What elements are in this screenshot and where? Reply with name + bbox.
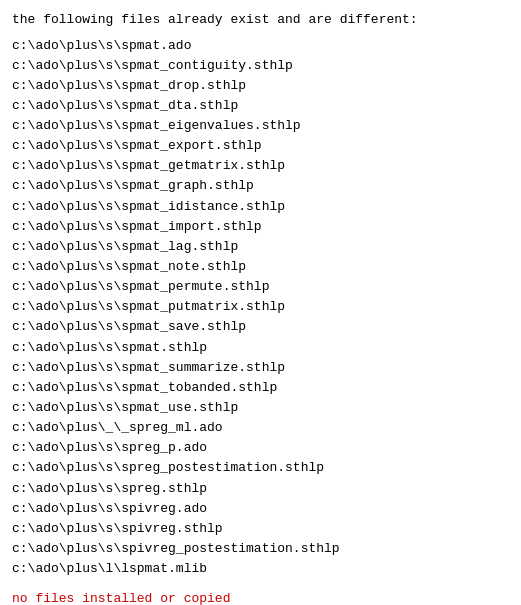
- list-item: c:\ado\plus\s\spmat_getmatrix.sthlp: [12, 156, 509, 176]
- list-item: c:\ado\plus\s\spmat_lag.sthlp: [12, 237, 509, 257]
- list-item: c:\ado\plus\s\spmat_contiguity.sthlp: [12, 56, 509, 76]
- list-item: c:\ado\plus\s\spmat_putmatrix.sthlp: [12, 297, 509, 317]
- list-item: c:\ado\plus\s\spmat_drop.sthlp: [12, 76, 509, 96]
- list-item: c:\ado\plus\s\spivreg_postestimation.sth…: [12, 539, 509, 559]
- list-item: c:\ado\plus\_\_spreg_ml.ado: [12, 418, 509, 438]
- list-item: c:\ado\plus\l\lspmat.mlib: [12, 559, 509, 579]
- list-item: c:\ado\plus\s\spmat_eigenvalues.sthlp: [12, 116, 509, 136]
- list-item: c:\ado\plus\s\spreg_postestimation.sthlp: [12, 458, 509, 478]
- list-item: c:\ado\plus\s\spreg_p.ado: [12, 438, 509, 458]
- list-item: c:\ado\plus\s\spmat.sthlp: [12, 338, 509, 358]
- list-item: c:\ado\plus\s\spmat_tobanded.sthlp: [12, 378, 509, 398]
- file-list: c:\ado\plus\s\spmat.adoc:\ado\plus\s\spm…: [12, 36, 509, 580]
- list-item: c:\ado\plus\s\spivreg.sthlp: [12, 519, 509, 539]
- list-item: c:\ado\plus\s\spmat_dta.sthlp: [12, 96, 509, 116]
- list-item: c:\ado\plus\s\spivreg.ado: [12, 499, 509, 519]
- list-item: c:\ado\plus\s\spmat.ado: [12, 36, 509, 56]
- list-item: c:\ado\plus\s\spmat_export.sthlp: [12, 136, 509, 156]
- list-item: c:\ado\plus\s\spmat_summarize.sthlp: [12, 358, 509, 378]
- list-item: c:\ado\plus\s\spmat_idistance.sthlp: [12, 197, 509, 217]
- status-line: no files installed or copied: [12, 589, 509, 605]
- header-text: the following files already exist and ar…: [12, 12, 418, 27]
- list-item: c:\ado\plus\s\spmat_use.sthlp: [12, 398, 509, 418]
- list-item: c:\ado\plus\s\spmat_graph.sthlp: [12, 176, 509, 196]
- list-item: c:\ado\plus\s\spmat_note.sthlp: [12, 257, 509, 277]
- list-item: c:\ado\plus\s\spmat_save.sthlp: [12, 317, 509, 337]
- status-text: no files installed or copied: [12, 591, 230, 605]
- list-item: c:\ado\plus\s\spreg.sthlp: [12, 479, 509, 499]
- list-item: c:\ado\plus\s\spmat_permute.sthlp: [12, 277, 509, 297]
- header-line: the following files already exist and ar…: [12, 10, 509, 30]
- list-item: c:\ado\plus\s\spmat_import.sthlp: [12, 217, 509, 237]
